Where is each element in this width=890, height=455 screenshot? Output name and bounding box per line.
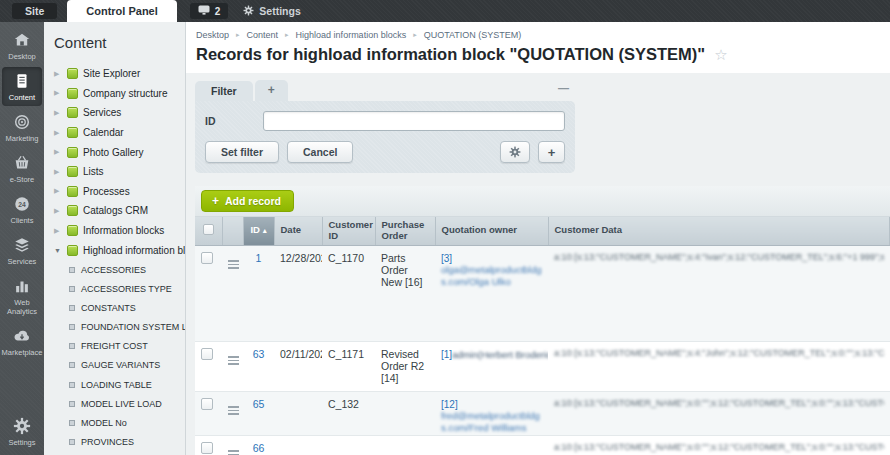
chevron-right-icon[interactable]: ▶ <box>54 207 62 215</box>
tree-subitem[interactable]: PROVINCES <box>54 433 181 452</box>
sidebar-item-services[interactable]: Services <box>2 231 42 270</box>
site-button[interactable]: Site <box>12 3 57 19</box>
row-menu-column-header <box>222 217 243 245</box>
id-cell: 66 <box>243 435 274 455</box>
chevron-down-icon[interactable]: ▼ <box>54 247 62 254</box>
tree-item[interactable]: ▶Calendar <box>54 123 181 143</box>
row-actions-menu-button[interactable] <box>228 403 239 415</box>
tree-subitem[interactable]: FREIGHT COST <box>54 337 181 356</box>
owner-count: [1] <box>441 349 452 360</box>
tree-item[interactable]: ▶Catalogs CRM <box>54 201 181 221</box>
sidebar-item-web-analytics[interactable]: Web Analytics <box>2 272 42 320</box>
tree-item[interactable]: ▶Company structure <box>54 84 181 104</box>
chevron-right-icon[interactable]: ▶ <box>54 89 62 97</box>
record-id-link[interactable]: 65 <box>253 398 265 410</box>
sidebar-item-label: Content <box>9 93 35 102</box>
sidebar-item-marketplace[interactable]: Marketplace <box>2 322 42 361</box>
filter-id-input[interactable] <box>263 111 565 131</box>
row-actions-menu-button[interactable] <box>228 447 239 455</box>
monitor-icon <box>198 5 210 17</box>
customer-data-blurred: a:10:{s:13:"CUSTOMER_NAME";s:4:"Ivan";s:… <box>554 252 884 262</box>
chevron-right-icon[interactable]: ▶ <box>54 109 62 117</box>
tree-subitem[interactable]: LOADING TABLE <box>54 375 181 394</box>
tree-subitem[interactable]: MODEL LIVE LOAD <box>54 394 181 413</box>
tree-subitem[interactable]: MODEL No <box>54 413 181 432</box>
quotation-owner-cell: [3]olga@metalproductbldgs.com/Olga Ulko <box>435 245 548 341</box>
folder-icon <box>67 225 78 236</box>
tree-subitem[interactable]: FOUNDATION SYSTEM LIST <box>54 318 181 337</box>
chevron-right-icon[interactable]: ▶ <box>54 70 62 78</box>
filter-tab[interactable]: Filter <box>195 81 253 101</box>
record-id-link[interactable]: 66 <box>253 442 265 454</box>
record-id-link[interactable]: 63 <box>253 348 265 360</box>
filter-add-field-button[interactable]: + <box>538 141 565 163</box>
table-row: 66a:10:{s:13:"CUSTOMER_NAME";s:0:"";s:12… <box>195 435 890 455</box>
tree-subitem[interactable]: CONSTANTS <box>54 298 181 317</box>
control-panel-tab[interactable]: Control Panel <box>67 0 177 22</box>
table-row: 65C_132[12]fred@metalproductbldgs.com/Fr… <box>195 391 890 435</box>
breadcrumb-item-desktop[interactable]: Desktop <box>196 30 229 40</box>
tree-item[interactable]: ▶Lists <box>54 162 181 182</box>
sidebar-item-desktop[interactable]: Desktop <box>2 26 42 65</box>
row-checkbox[interactable] <box>201 442 213 454</box>
tree-item[interactable]: ▶Photo Gallery <box>54 142 181 162</box>
owner-profile-link-blurred[interactable]: fred@metalproductbldgs.com/Fred Williams <box>441 410 542 435</box>
sidebar-item-e-store[interactable]: e-Store <box>2 149 42 188</box>
folder-icon <box>67 245 78 256</box>
row-actions-menu-button[interactable] <box>228 257 239 269</box>
filter-minimize-button[interactable]: — <box>558 82 569 94</box>
tree-item[interactable]: ▶Information blocks <box>54 221 181 241</box>
column-header-customer-data[interactable]: Customer Data <box>548 217 890 245</box>
customer-data-blurred: a:10:{s:13:"CUSTOMER_NAME";s:0:"";s:12:"… <box>554 398 884 408</box>
customer-data-blurred: a:10:{s:13:"CUSTOMER_NAME";s:0:"";s:12:"… <box>554 442 884 452</box>
column-header-customer-id[interactable]: Customer ID <box>322 217 375 245</box>
tree-item-label: Catalogs CRM <box>83 205 148 216</box>
tree-subitem[interactable]: ACCESSORIES TYPE <box>54 279 181 298</box>
breadcrumb-item-content[interactable]: Content <box>247 30 279 40</box>
top-settings-button[interactable]: Settings <box>243 0 300 22</box>
tree-subitem[interactable]: ACCESSORIES <box>54 260 181 279</box>
breadcrumb-item-quotation[interactable]: QUOTATION (SYSTEM) <box>424 30 522 40</box>
row-checkbox[interactable] <box>201 252 213 264</box>
select-all-checkbox[interactable] <box>203 224 214 235</box>
folder-icon <box>67 88 78 99</box>
breadcrumb-item-highload-blocks[interactable]: Highload information blocks <box>296 30 407 40</box>
chevron-right-icon[interactable]: ▶ <box>54 168 62 176</box>
date-cell: 02/11/2021 <box>274 341 322 391</box>
add-record-button[interactable]: + Add record <box>201 190 294 212</box>
sidebar-item-label: Marketplace <box>2 348 43 357</box>
clock24-icon: 24 <box>13 195 31 213</box>
record-id-link[interactable]: 1 <box>256 252 262 264</box>
chevron-right-icon[interactable]: ▶ <box>54 187 62 195</box>
chevron-right-icon[interactable]: ▶ <box>54 148 62 156</box>
chevron-right-icon[interactable]: ▶ <box>54 129 62 137</box>
column-header-quotation-owner[interactable]: Quotation owner <box>435 217 548 245</box>
chevron-right-icon[interactable]: ▶ <box>54 227 62 235</box>
sidebar-item-clients[interactable]: 24Clients <box>2 190 42 229</box>
sidebar-item-content[interactable]: Content <box>2 67 42 106</box>
cancel-button[interactable]: Cancel <box>287 141 353 163</box>
filter-settings-button[interactable] <box>500 141 530 163</box>
tree-item-label: Calendar <box>83 127 124 138</box>
notifications-badge[interactable]: 2 <box>190 3 229 19</box>
set-filter-button[interactable]: Set filter <box>205 141 279 163</box>
favorite-star-icon[interactable]: ☆ <box>714 47 727 62</box>
sidebar-item-settings[interactable]: Settings <box>2 412 42 451</box>
row-checkbox[interactable] <box>201 398 213 410</box>
tree-item[interactable]: ▶Site Explorer <box>54 64 181 84</box>
column-header-date[interactable]: Date <box>274 217 322 245</box>
filter-add-tab-button[interactable]: + <box>255 80 288 101</box>
row-actions-menu-button[interactable] <box>228 353 239 365</box>
sidebar-item-marketing[interactable]: Marketing <box>2 108 42 147</box>
row-checkbox[interactable] <box>201 348 213 360</box>
tree-item[interactable]: ▼Highload information blocks <box>54 240 181 260</box>
basket-icon <box>13 154 31 172</box>
owner-profile-link-blurred[interactable]: olga@metalproductbldgs.com/Olga Ulko <box>441 264 542 289</box>
column-header-id[interactable]: ID▴ <box>243 217 274 245</box>
quotation-owner-cell: [1]admin(Herbert Broderick) <box>435 341 548 391</box>
column-header-purchase-order[interactable]: Purchase Order <box>375 217 435 245</box>
tree-item[interactable]: ▶Processes <box>54 182 181 202</box>
tree-item[interactable]: ▶Services <box>54 103 181 123</box>
tree-subitem[interactable]: GAUGE VARIANTS <box>54 356 181 375</box>
bullet-icon <box>69 401 75 407</box>
